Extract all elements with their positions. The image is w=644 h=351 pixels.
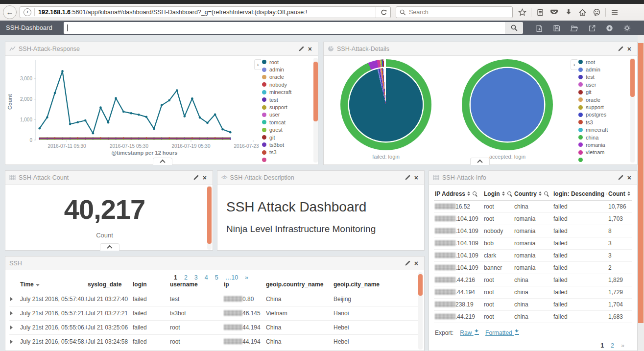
legend-scrollbar[interactable]: [630, 58, 635, 163]
remove-panel-icon[interactable]: ×: [306, 46, 314, 52]
dashboard-options-icon[interactable]: [618, 21, 636, 35]
page-scrollbar[interactable]: [638, 35, 644, 351]
dashboard-title[interactable]: SSH-Dashboard: [6, 21, 52, 35]
page-link[interactable]: 4: [205, 274, 208, 281]
page-link[interactable]: 1: [600, 342, 604, 349]
legend-item[interactable]: ts3: [578, 118, 629, 126]
hello-icon[interactable]: [590, 6, 604, 19]
add-visualization-icon[interactable]: [600, 21, 618, 35]
legend-item[interactable]: minecraft: [262, 89, 313, 96]
page-link[interactable]: 2: [184, 274, 188, 281]
pie-inner[interactable]: [349, 68, 423, 141]
sort-icon[interactable]: [539, 191, 542, 196]
edit-panel-icon[interactable]: [616, 175, 625, 180]
pocket-icon[interactable]: [547, 6, 561, 19]
legend-item[interactable]: china: [578, 134, 629, 141]
expand-row-icon[interactable]: [10, 311, 13, 315]
edit-panel-icon[interactable]: [403, 175, 412, 180]
pie-failed-login[interactable]: failed: login: [340, 59, 431, 160]
legend-item[interactable]: support: [262, 103, 313, 111]
legend-toggle-icon[interactable]: ›: [254, 59, 261, 70]
expand-row-icon[interactable]: [10, 297, 13, 301]
page-link[interactable]: »: [621, 342, 624, 349]
pie-inner[interactable]: [471, 68, 544, 141]
bookmarks-menu-icon[interactable]: [533, 6, 547, 19]
sort-icon[interactable]: [467, 191, 471, 196]
pie-accepted-login[interactable]: accepted: login: [462, 59, 553, 160]
page-link[interactable]: 3: [194, 274, 198, 281]
page-link[interactable]: 2: [611, 342, 614, 349]
legend-item-partial[interactable]: [262, 156, 313, 163]
legend-item[interactable]: romania: [578, 141, 629, 148]
legend-item[interactable]: user: [578, 81, 629, 88]
page-link[interactable]: »: [245, 274, 248, 281]
legend-item[interactable]: admin: [578, 66, 629, 73]
legend-item[interactable]: oracle: [578, 96, 629, 103]
column-header[interactable]: login: Descending: [552, 187, 607, 201]
pie-outer-ring[interactable]: [462, 59, 553, 150]
expand-row-icon[interactable]: [10, 340, 13, 344]
edit-panel-icon[interactable]: [191, 175, 201, 180]
remove-panel-icon[interactable]: ×: [201, 174, 209, 181]
export-formatted-link[interactable]: Formatted: [485, 329, 519, 336]
edit-panel-icon[interactable]: [616, 46, 625, 51]
legend-item-partial[interactable]: [578, 156, 629, 163]
collapse-panel-button[interactable]: [153, 158, 172, 165]
panel-header[interactable]: SSH ×: [5, 257, 424, 270]
legend-item[interactable]: test: [578, 73, 629, 81]
panel-scrollbar[interactable]: [418, 272, 423, 350]
back-button[interactable]: ←: [3, 5, 17, 19]
panel-header[interactable]: SSH-Attack-Count ×: [5, 171, 213, 185]
filter-icon[interactable]: [473, 191, 477, 195]
panel-header[interactable]: SSH-Attack-Info ×: [429, 171, 637, 185]
browser-search[interactable]: Search: [396, 6, 513, 18]
expand-row-icon[interactable]: [10, 326, 13, 329]
legend-item[interactable]: root: [262, 58, 313, 66]
column-header[interactable]: Login: [483, 187, 513, 201]
home-icon[interactable]: [575, 6, 590, 19]
pie-outer-ring[interactable]: [340, 59, 431, 150]
bookmark-star-icon[interactable]: [515, 6, 529, 19]
remove-panel-icon[interactable]: ×: [412, 260, 420, 267]
remove-panel-icon[interactable]: ×: [412, 174, 420, 181]
legend-item[interactable]: git: [578, 89, 629, 96]
sort-icon[interactable]: [606, 191, 607, 196]
legend-scrollbar[interactable]: [313, 58, 318, 163]
sort-icon[interactable]: [627, 191, 631, 196]
share-dashboard-icon[interactable]: [583, 21, 600, 35]
remove-panel-icon[interactable]: ×: [625, 174, 633, 181]
reload-icon[interactable]: [376, 7, 390, 18]
page-link[interactable]: 5: [215, 274, 218, 281]
filter-icon[interactable]: [544, 191, 548, 195]
page-link[interactable]: …10: [225, 274, 238, 281]
legend-item[interactable]: nobody: [262, 81, 313, 88]
query-input[interactable]: [64, 22, 505, 34]
save-dashboard-icon[interactable]: [548, 21, 565, 35]
legend-item[interactable]: ts3bot: [262, 141, 313, 148]
panel-header[interactable]: SSH-Attack-Response ×: [5, 42, 318, 56]
panel-header[interactable]: SSH-Attack-Details ×: [324, 42, 637, 56]
remove-panel-icon[interactable]: ×: [625, 46, 633, 52]
legend-item[interactable]: support: [578, 103, 629, 111]
new-dashboard-icon[interactable]: [530, 21, 548, 35]
edit-panel-icon[interactable]: [403, 260, 412, 266]
column-header[interactable]: IP Address: [434, 187, 483, 201]
column-header[interactable]: Country: [513, 187, 552, 201]
legend-toggle-icon[interactable]: ›: [571, 59, 577, 70]
collapse-panel-button[interactable]: [100, 243, 119, 251]
open-dashboard-icon[interactable]: [565, 21, 583, 35]
legend-item[interactable]: test: [262, 96, 313, 103]
legend-item[interactable]: postgres: [578, 111, 629, 118]
legend-item[interactable]: git: [262, 134, 313, 141]
legend-item[interactable]: vietnam: [578, 149, 629, 156]
column-header[interactable]: Count: [607, 187, 632, 201]
panel-scrollbar[interactable]: [207, 186, 212, 250]
legend-item[interactable]: oracle: [262, 73, 313, 81]
filter-icon[interactable]: [507, 191, 511, 195]
legend-item[interactable]: user: [262, 111, 313, 118]
query-search-button[interactable]: [505, 22, 523, 34]
export-raw-link[interactable]: Raw: [460, 329, 478, 336]
sort-icon[interactable]: [502, 191, 505, 196]
legend-item[interactable]: root: [578, 58, 629, 66]
legend-item[interactable]: minecraft: [578, 126, 629, 134]
